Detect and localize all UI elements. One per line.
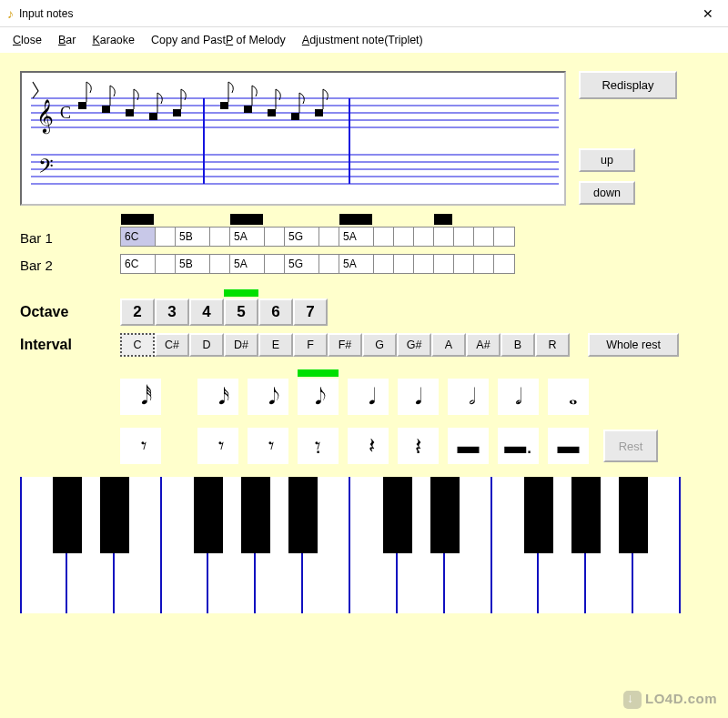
- interval-button-F[interactable]: F: [293, 333, 328, 357]
- redisplay-button[interactable]: Redisplay: [579, 71, 677, 99]
- note-duration-button[interactable]: 𝅘𝅥𝅮: [248, 379, 288, 415]
- note-duration-button[interactable]: 𝅘𝅥𝅯: [197, 379, 238, 415]
- bar-cell[interactable]: 5B: [176, 255, 210, 273]
- interval-button-E[interactable]: E: [258, 333, 293, 357]
- rest-duration-button[interactable]: 𝄽.: [398, 428, 439, 464]
- black-key[interactable]: [430, 477, 460, 553]
- bar-cell[interactable]: 5A: [230, 228, 265, 246]
- interval-button-D[interactable]: D: [189, 333, 224, 357]
- menu-copy-paste-melody[interactable]: Copy and PastP of Melody: [151, 34, 286, 46]
- interval-button-C[interactable]: C: [120, 333, 155, 357]
- octave-button-4[interactable]: 4: [189, 298, 224, 326]
- note-duration-button[interactable]: 𝅘𝅥: [348, 379, 389, 415]
- bar-cell[interactable]: [210, 255, 230, 273]
- staff-view[interactable]: 𝄞 𝄢 C: [20, 71, 566, 206]
- bar-cell[interactable]: [394, 255, 414, 273]
- piano-keyboard[interactable]: [20, 477, 681, 613]
- interval-button-Dsharp[interactable]: D#: [224, 333, 258, 357]
- close-window-button[interactable]: ✕: [688, 0, 728, 27]
- up-button[interactable]: up: [579, 148, 635, 172]
- bar-cell[interactable]: [474, 228, 494, 246]
- note-duration-button[interactable]: 𝅘𝅥𝅰: [120, 379, 161, 415]
- note-duration-button[interactable]: 𝅘𝅥𝅮.: [298, 379, 339, 415]
- bar1-cells[interactable]: 6C5B5A5G5A: [120, 227, 515, 247]
- bar-cell[interactable]: [265, 255, 285, 273]
- whole-rest-button[interactable]: Whole rest: [588, 333, 679, 357]
- bar-cell[interactable]: [414, 228, 434, 246]
- bar-cell[interactable]: [474, 255, 494, 273]
- menu-close[interactable]: Close: [13, 34, 42, 46]
- bar-cell[interactable]: [414, 255, 434, 273]
- black-key[interactable]: [619, 477, 648, 553]
- rest-duration-button[interactable]: 𝄾: [248, 428, 288, 464]
- interval-button-Gsharp[interactable]: G#: [397, 333, 431, 357]
- black-key[interactable]: [194, 477, 223, 553]
- rest-duration-button[interactable]: 𝄽: [348, 428, 389, 464]
- black-key[interactable]: [383, 477, 412, 553]
- down-button[interactable]: down: [579, 181, 635, 205]
- menu-bar[interactable]: Bar: [58, 34, 76, 46]
- bar-cell[interactable]: [434, 228, 454, 246]
- rest-duration-button[interactable]: ▬: [548, 428, 589, 464]
- note-duration-button[interactable]: 𝅗𝅥.: [498, 379, 539, 415]
- menu-adjustment-note[interactable]: Adjustment note(Triplet): [302, 34, 423, 46]
- black-key[interactable]: [524, 477, 553, 553]
- octave-button-2[interactable]: 2: [120, 298, 155, 326]
- rest-duration-button[interactable]: 𝄾.: [298, 428, 339, 464]
- rest-button[interactable]: Rest: [603, 430, 658, 462]
- octave-button-6[interactable]: 6: [258, 298, 293, 326]
- black-key[interactable]: [288, 477, 318, 553]
- rest-duration-button[interactable]: ▬.: [498, 428, 539, 464]
- octave-button-7[interactable]: 7: [293, 298, 328, 326]
- interval-button-B[interactable]: B: [500, 333, 535, 357]
- svg-rect-33: [315, 109, 323, 116]
- bar-cell[interactable]: 5G: [285, 255, 319, 273]
- bar-cell[interactable]: [265, 228, 285, 246]
- bar-cell[interactable]: 6C: [121, 228, 156, 246]
- bar-cell[interactable]: [454, 228, 474, 246]
- bar-cell[interactable]: [374, 255, 394, 273]
- rest-duration-button[interactable]: 𝄾: [197, 428, 238, 464]
- svg-rect-27: [244, 106, 252, 113]
- rest-duration-button[interactable]: ▬: [448, 428, 489, 464]
- interval-button-Asharp[interactable]: A#: [466, 333, 500, 357]
- titlebar: ♪ Input notes ✕: [0, 0, 728, 27]
- bar-cell[interactable]: [156, 228, 176, 246]
- note-duration-button[interactable]: 𝅗𝅥: [448, 379, 489, 415]
- bar-cell[interactable]: [210, 228, 230, 246]
- note-duration-button[interactable]: 𝅘𝅥.: [398, 379, 439, 415]
- interval-button-Csharp[interactable]: C#: [155, 333, 189, 357]
- interval-button-G[interactable]: G: [362, 333, 397, 357]
- bar-cell[interactable]: [494, 255, 514, 273]
- interval-button-Fsharp[interactable]: F#: [328, 333, 362, 357]
- octave-button-3[interactable]: 3: [155, 298, 189, 326]
- bar2-cells[interactable]: 6C5B5A5G5A: [120, 254, 515, 274]
- octave-button-5[interactable]: 5: [224, 298, 258, 326]
- black-key[interactable]: [100, 477, 129, 553]
- rest-duration-button[interactable]: 𝄾: [120, 428, 161, 464]
- bar-cell[interactable]: [319, 228, 339, 246]
- menu-karaoke[interactable]: Karaoke: [92, 34, 135, 46]
- bar-cell[interactable]: 5G: [285, 228, 319, 246]
- bar-cell[interactable]: [434, 255, 454, 273]
- bar-cell[interactable]: 5A: [339, 228, 374, 246]
- black-key[interactable]: [53, 477, 82, 553]
- bar-cell[interactable]: [156, 255, 176, 273]
- note-duration-button[interactable]: 𝅝: [548, 379, 589, 415]
- bar-cell[interactable]: [494, 228, 514, 246]
- window-title: Input notes: [19, 7, 73, 20]
- bar-cell[interactable]: 5A: [230, 255, 265, 273]
- black-key[interactable]: [241, 477, 270, 553]
- bar-cell[interactable]: [319, 255, 339, 273]
- bar-cell[interactable]: 6C: [121, 255, 156, 273]
- bar-cell[interactable]: [454, 255, 474, 273]
- bar-cell[interactable]: [394, 228, 414, 246]
- bar-cell[interactable]: [374, 228, 394, 246]
- black-key[interactable]: [571, 477, 601, 553]
- bar-cell[interactable]: 5B: [176, 228, 210, 246]
- bar-cell[interactable]: 5A: [339, 255, 374, 273]
- interval-button-R[interactable]: R: [535, 333, 570, 357]
- svg-rect-19: [126, 109, 134, 116]
- svg-rect-21: [149, 113, 157, 120]
- interval-button-A[interactable]: A: [431, 333, 466, 357]
